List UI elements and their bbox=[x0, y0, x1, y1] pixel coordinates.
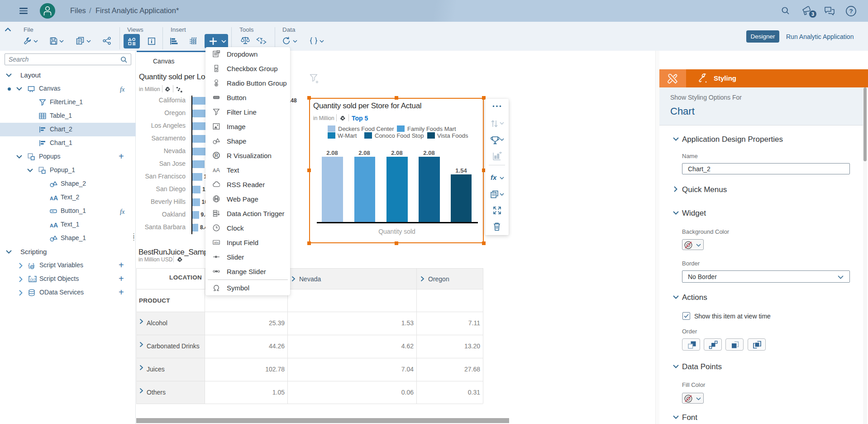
svg-text:?: ? bbox=[849, 8, 853, 14]
svg-text:A: A bbox=[50, 196, 53, 201]
svg-text:A: A bbox=[50, 223, 53, 228]
svg-text:A: A bbox=[53, 194, 58, 202]
svg-text:(x): (x) bbox=[30, 277, 36, 282]
svg-text:abc: abc bbox=[214, 241, 219, 244]
svg-text:R: R bbox=[215, 153, 218, 158]
svg-text:A: A bbox=[216, 167, 220, 173]
svg-text:A: A bbox=[53, 222, 58, 229]
svg-text:{: { bbox=[28, 262, 30, 269]
